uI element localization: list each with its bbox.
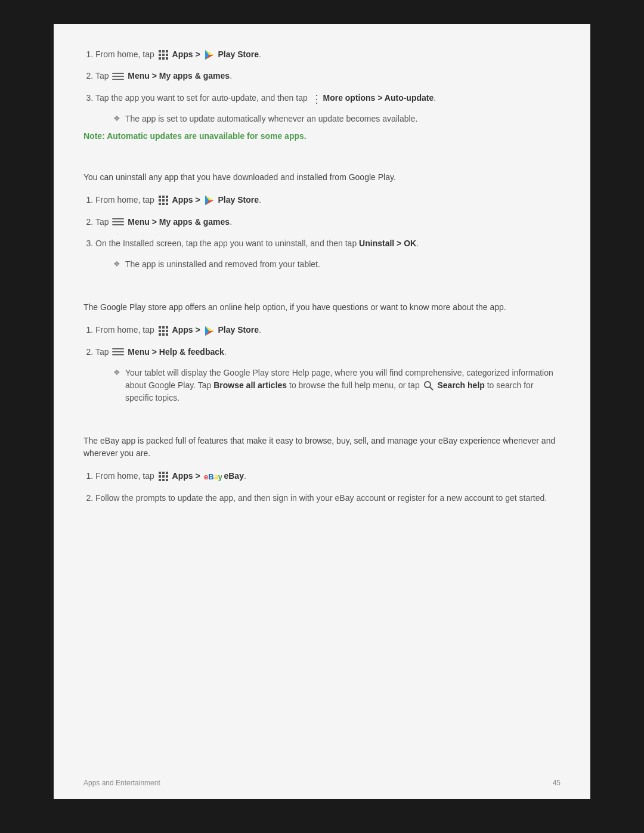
ebay-icon: eBay [204,471,221,482]
footer-left: Apps and Entertainment [83,779,160,787]
bullet-diamond-3: ❖ [113,368,120,377]
bullet-text-3: Your tablet will display the Google Play… [125,367,561,404]
step-4-2-text: Follow the prompts to update the app, an… [95,493,547,503]
more-options-icon [311,93,320,104]
section3-intro: The Google Play store app offers an onli… [83,301,561,314]
svg-rect-21 [166,203,168,205]
section-uninstall: You can uninstall any app that you have … [83,171,561,271]
note-text-1: Note: Automatic updates are unavailable … [83,131,561,141]
svg-rect-31 [166,330,168,332]
step-4-1-text: From home, tap [95,471,157,481]
svg-rect-16 [159,199,161,202]
step-3-1: From home, tap Apps > [95,323,561,336]
step-1-1: From home, tap Apps > [95,48,561,61]
svg-rect-46 [166,475,168,478]
svg-rect-27 [162,326,165,329]
menu-icon-3 [112,348,124,357]
section-ebay: The eBay app is packed full of features … [83,435,561,504]
apps-grid-icon [158,49,169,60]
svg-rect-1 [162,50,165,52]
step-1-2: Tap Menu > My apps & games. [95,69,561,82]
search-icon [423,380,434,391]
step-3-2-text: Tap [95,347,111,357]
menu-label-3: Menu > Help & feedback [128,347,224,357]
step-2-3: On the Installed screen, tap the app you… [95,237,561,250]
svg-rect-8 [166,57,168,60]
svg-line-40 [430,387,433,390]
bullet-diamond-2: ❖ [113,259,120,268]
svg-rect-0 [159,50,161,52]
step-4-1: From home, tap Apps > [95,469,561,482]
svg-rect-20 [162,203,165,205]
footer: Apps and Entertainment 45 [83,779,561,787]
bullet-1: ❖ The app is set to update automatically… [113,113,561,125]
svg-rect-19 [159,203,161,205]
svg-rect-29 [159,330,161,332]
svg-rect-2 [166,50,168,52]
svg-rect-14 [162,196,165,198]
playstore-label-1: Play Store [218,49,258,59]
playstore-label-2: Play Store [218,195,258,205]
section2-intro: You can uninstall any app that you have … [83,171,561,184]
svg-rect-17 [162,199,165,202]
apps-grid-icon-4 [158,471,169,482]
svg-rect-4 [162,54,165,56]
apps-label-2: Apps > [172,195,203,205]
svg-rect-41 [159,472,161,474]
browse-all-label: Browse all articles [213,380,287,390]
apps-grid-icon-3 [158,326,169,336]
step-1-2-text: Tap [95,71,111,80]
divider-3 [83,422,561,423]
bullet-3-mid: to browse the full help menu, or tap [289,380,420,390]
svg-text:eBay: eBay [204,472,222,481]
apps-grid-icon-2 [158,195,169,206]
step-2-2: Tap Menu > My apps & games. [95,215,561,228]
svg-rect-3 [159,54,161,56]
section4-intro: The eBay app is packed full of features … [83,435,561,460]
uninstall-label: Uninstall > OK [359,239,416,248]
playstore-icon-1 [204,49,215,60]
step-1-3-text: Tap the app you want to set for auto-upd… [95,93,310,103]
apps-label-3: Apps > [172,325,203,335]
bullet-diamond-1: ❖ [113,114,120,123]
step-4-2: Follow the prompts to update the app, an… [95,491,561,504]
more-options-label: More options > Auto-update [323,93,434,103]
step-3-2: Tap Menu > Help & feedback. [95,345,561,358]
svg-rect-13 [159,196,161,198]
step-2-1: From home, tap Apps > [95,193,561,206]
svg-rect-15 [166,196,168,198]
svg-rect-34 [166,333,168,336]
playstore-icon-3 [204,326,215,336]
playstore-icon-2 [204,195,215,206]
svg-rect-26 [159,326,161,329]
apps-label-4: Apps > [172,471,203,481]
menu-icon-2 [112,218,124,227]
divider-1 [83,159,561,159]
bullet-3: ❖ Your tablet will display the Google Pl… [113,367,561,404]
menu-icon-1 [112,73,124,81]
step-1-1-text: From home, tap [95,49,157,59]
ebay-label: eBay [224,471,243,481]
step-3-1-text: From home, tap [95,325,157,335]
step-2-3-text: On the Installed screen, tap the app you… [95,239,359,248]
section-auto-update: From home, tap Apps > [83,48,561,141]
search-help-label: Search help [437,380,484,390]
svg-rect-28 [166,326,168,329]
bullet-text-1: The app is set to update automatically w… [125,113,417,125]
menu-label-2: Menu > My apps & games [128,217,230,227]
apps-label-1: Apps > [172,49,203,59]
svg-rect-43 [166,472,168,474]
menu-label-1: Menu > My apps & games [128,71,230,80]
page: From home, tap Apps > [54,24,590,799]
svg-rect-49 [166,479,168,481]
svg-rect-44 [159,475,161,478]
svg-rect-47 [159,479,161,481]
section-help: The Google Play store app offers an onli… [83,301,561,404]
svg-rect-32 [159,333,161,336]
bullet-text-2: The app is uninstalled and removed from … [125,258,320,271]
footer-right: 45 [553,779,561,787]
divider-2 [83,289,561,289]
step-1-3: Tap the app you want to set for auto-upd… [95,91,561,104]
svg-point-39 [425,382,431,388]
step-2-2-text: Tap [95,217,111,227]
